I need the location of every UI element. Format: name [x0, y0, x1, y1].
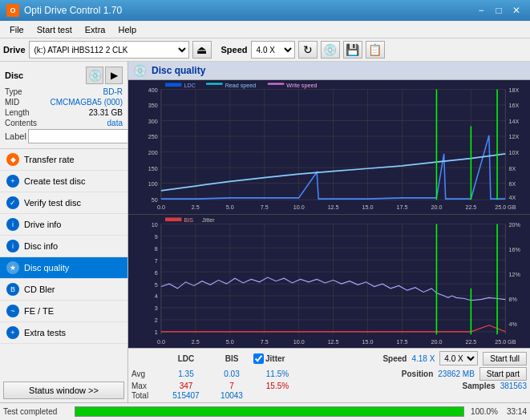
svg-text:0.0: 0.0 — [157, 203, 165, 211]
main-toolbar: Drive (k:) ATAPI iHBS112 2 CLK ⏏ Speed 4… — [0, 38, 530, 62]
extra-tests-label: Extra tests — [24, 328, 66, 337]
svg-text:1: 1 — [155, 328, 158, 336]
total-label: Total — [131, 391, 160, 400]
svg-text:14X: 14X — [508, 118, 519, 126]
svg-text:6: 6 — [155, 269, 158, 277]
disc-section-label: Disc — [5, 71, 23, 80]
type-val: BD-R — [103, 87, 123, 96]
chart-bis-svg: 10 9 8 7 6 5 4 3 2 1 20% 16% 12% — [128, 215, 530, 349]
svg-rect-40 — [268, 83, 284, 84]
extra-tests-icon: + — [6, 326, 19, 339]
content-header: 💿 Disc quality — [128, 62, 530, 80]
length-key: Length — [5, 108, 30, 117]
start-part-button[interactable]: Start part — [479, 367, 527, 381]
status-window-button[interactable]: Status window >> — [3, 382, 124, 399]
window-title: Opti Drive Control 1.70 — [24, 5, 122, 16]
avg-ldc: 1.35 — [162, 370, 210, 378]
speed-stat-label: Speed — [382, 354, 407, 363]
fe-te-label: FE / TE — [24, 306, 54, 316]
avg-jitter: 11.5% — [253, 370, 301, 378]
total-ldc: 515407 — [162, 391, 210, 400]
stats-section: LDC BIS Jitter Speed 4.18 X 4.0 X Start … — [128, 348, 530, 402]
menu-start-test[interactable]: Start test — [30, 23, 79, 36]
transfer-rate-label: Transfer rate — [24, 155, 75, 164]
svg-text:LDC: LDC — [184, 82, 196, 90]
svg-text:4%: 4% — [508, 320, 517, 328]
save-button[interactable]: 💾 — [343, 41, 362, 59]
speed-select[interactable]: 4.0 X — [251, 41, 295, 59]
svg-text:300: 300 — [148, 118, 158, 126]
bis-header: BIS — [212, 354, 252, 363]
progress-bar-section: Test completed 100.0% 33:14 — [0, 402, 530, 420]
sidebar-item-create-test-disc[interactable]: + Create test disc — [0, 171, 127, 192]
sidebar-item-extra-tests[interactable]: + Extra tests — [0, 322, 127, 344]
sidebar-item-disc-quality[interactable]: ★ Disc quality — [0, 257, 127, 279]
svg-text:10X: 10X — [508, 149, 519, 157]
svg-text:12.5: 12.5 — [328, 337, 339, 345]
position-label: Position — [402, 370, 433, 378]
svg-text:400: 400 — [148, 87, 158, 95]
contents-val: data — [107, 119, 123, 127]
save2-button[interactable]: 📋 — [366, 41, 385, 59]
app-icon: O — [6, 4, 19, 17]
drive-select[interactable]: (k:) ATAPI iHBS112 2 CLK — [29, 41, 189, 59]
create-test-label: Create test disc — [24, 176, 85, 186]
svg-text:4X: 4X — [508, 194, 516, 202]
speed-stat-select[interactable]: 4.0 X — [439, 351, 478, 365]
right-panel: 💿 Disc quality — [128, 62, 530, 402]
app-body: Disc 💿 ▶ Type BD-R MID CMCMAGBA5 (000) — [0, 62, 530, 402]
svg-text:17.5: 17.5 — [397, 203, 408, 211]
disc-button[interactable]: 💿 — [321, 41, 340, 59]
svg-text:10.0: 10.0 — [293, 337, 305, 345]
svg-text:5: 5 — [155, 281, 158, 289]
svg-text:7.5: 7.5 — [261, 203, 269, 211]
sidebar-item-verify-test-disc[interactable]: ✓ Verify test disc — [0, 192, 127, 214]
maximize-button[interactable]: □ — [492, 3, 506, 18]
disc-icon-2[interactable]: ▶ — [105, 67, 123, 84]
svg-text:0.0: 0.0 — [157, 337, 165, 345]
verify-test-icon: ✓ — [6, 196, 19, 209]
svg-text:7.5: 7.5 — [261, 337, 269, 345]
svg-text:25.0 GB: 25.0 GB — [495, 337, 516, 345]
disc-icon-1[interactable]: 💿 — [86, 67, 103, 84]
menu-file[interactable]: File — [3, 23, 30, 36]
contents-key: Contents — [5, 119, 37, 127]
svg-text:12%: 12% — [508, 270, 520, 278]
menu-extra[interactable]: Extra — [79, 23, 112, 36]
svg-text:15.0: 15.0 — [362, 203, 374, 211]
sidebar-item-fe-te[interactable]: ~ FE / TE — [0, 301, 127, 322]
close-button[interactable]: ✕ — [509, 3, 524, 18]
samples-label: Samples — [462, 382, 495, 390]
svg-text:12.5: 12.5 — [328, 203, 339, 211]
jitter-checkbox[interactable] — [253, 353, 264, 364]
svg-text:5.0: 5.0 — [226, 337, 234, 345]
sidebar-item-drive-info[interactable]: i Drive info — [0, 214, 127, 236]
refresh-button[interactable]: ↻ — [298, 41, 318, 59]
progress-label: Test completed — [3, 407, 71, 416]
svg-rect-0 — [128, 80, 530, 214]
menu-bar: File Start test Extra Help — [0, 21, 530, 38]
sidebar-item-transfer-rate[interactable]: ◆ Transfer rate — [0, 149, 127, 171]
sidebar-item-cd-bler[interactable]: B CD Bler — [0, 279, 127, 301]
svg-text:10: 10 — [152, 220, 158, 228]
avg-label: Avg — [131, 370, 160, 378]
max-label: Max — [131, 382, 160, 390]
chart-ldc: 400 350 300 250 200 150 100 50 18X 16X 1… — [128, 80, 530, 215]
label-input[interactable] — [28, 129, 127, 143]
svg-rect-36 — [165, 83, 181, 87]
speed-stat-val: 4.18 X — [411, 354, 435, 363]
svg-text:20.0: 20.0 — [431, 337, 442, 345]
jitter-header: Jitter — [265, 354, 285, 363]
eject-button[interactable]: ⏏ — [192, 41, 212, 59]
menu-help[interactable]: Help — [111, 23, 143, 36]
svg-text:16X: 16X — [508, 102, 519, 110]
start-full-button[interactable]: Start full — [483, 352, 527, 365]
sidebar-item-disc-info[interactable]: i Disc info — [0, 236, 127, 257]
minimize-button[interactable]: − — [474, 3, 488, 18]
disc-quality-header-icon: 💿 — [133, 64, 147, 77]
drive-info-label: Drive info — [24, 220, 61, 229]
max-ldc: 347 — [162, 382, 210, 390]
svg-text:8%: 8% — [508, 295, 517, 303]
svg-text:22.5: 22.5 — [465, 337, 476, 345]
cd-bler-icon: B — [6, 283, 19, 296]
